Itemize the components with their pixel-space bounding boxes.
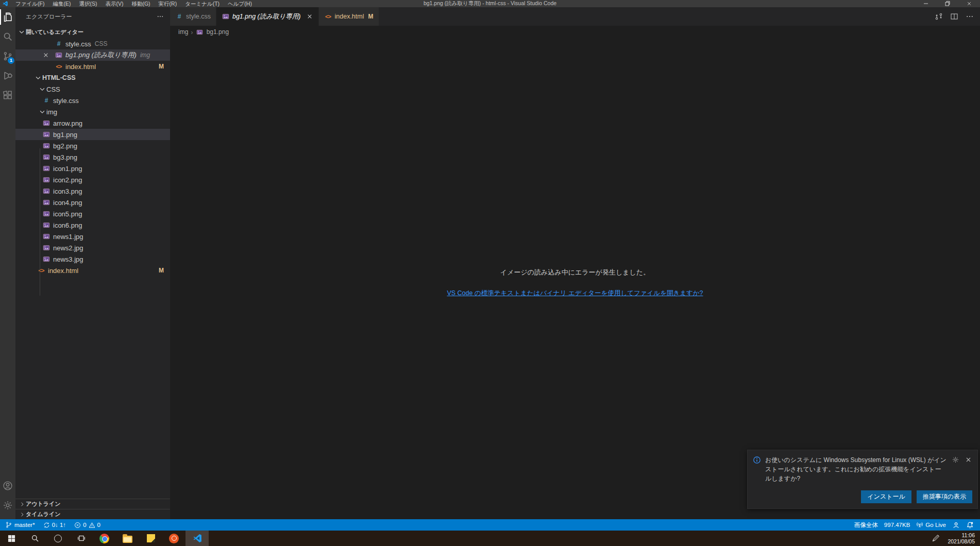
tab-bg1-png[interactable]: bg1.png (読み取り専用) bbox=[216, 7, 319, 26]
menu-go[interactable]: 移動(G) bbox=[127, 0, 154, 7]
tree-file-news3-jpg[interactable]: news3.jpg bbox=[15, 253, 170, 265]
account-icon[interactable] bbox=[0, 476, 15, 496]
image-file-icon bbox=[42, 165, 50, 172]
tree-file-news2-jpg[interactable]: news2.jpg bbox=[15, 242, 170, 253]
explorer-sidebar: エクスプローラー 開いているエディター # style.css CSS bg1.… bbox=[15, 7, 170, 519]
chevron-down-icon bbox=[38, 86, 46, 93]
chevron-right-icon bbox=[19, 511, 26, 518]
image-file-icon bbox=[222, 13, 230, 20]
breadcrumb-folder[interactable]: img bbox=[178, 28, 188, 36]
close-editor-icon[interactable] bbox=[42, 52, 52, 59]
tree-file-bg1-png[interactable]: bg1.png bbox=[15, 129, 170, 140]
feedback-item[interactable] bbox=[949, 519, 963, 531]
menu-terminal[interactable]: ターミナル(T) bbox=[181, 0, 224, 7]
task-view-button[interactable] bbox=[70, 531, 93, 546]
close-window-button[interactable] bbox=[958, 0, 980, 7]
close-tab-icon[interactable] bbox=[306, 13, 313, 20]
image-file-icon bbox=[42, 120, 50, 127]
vscode-taskbar-button[interactable] bbox=[185, 531, 209, 546]
chevron-right-icon bbox=[19, 501, 26, 507]
source-control-icon[interactable]: 1 bbox=[0, 46, 15, 66]
git-branch-item[interactable]: master* bbox=[2, 519, 38, 531]
tree-file-style-css[interactable]: # style.css bbox=[15, 95, 170, 106]
tree-root-html-css[interactable]: HTML-CSS bbox=[15, 72, 170, 83]
activity-bar: 1 bbox=[0, 7, 15, 519]
image-zoom-item[interactable]: 画像全体 bbox=[851, 519, 881, 531]
timeline-section-header[interactable]: タイムライン bbox=[15, 509, 170, 519]
open-with-text-editor-link[interactable]: VS Code の標準テキストまたはバイナリ エディターを使用してファイルを開き… bbox=[447, 289, 703, 298]
info-icon bbox=[753, 456, 761, 464]
git-sync-item[interactable]: 0↓ 1↑ bbox=[40, 519, 70, 531]
tree-file-icon2-png[interactable]: icon2.png bbox=[15, 174, 170, 185]
open-changes-icon[interactable] bbox=[935, 12, 943, 21]
go-live-item[interactable]: Go Live bbox=[913, 519, 949, 531]
tree-folder-css[interactable]: CSS bbox=[15, 83, 170, 95]
tree-file-icon1-png[interactable]: icon1.png bbox=[15, 163, 170, 174]
notification-close-icon[interactable] bbox=[965, 456, 972, 464]
tree-file-index-html[interactable]: <> index.html M bbox=[15, 265, 170, 276]
menu-file[interactable]: ファイル(F) bbox=[11, 0, 48, 7]
image-file-icon bbox=[42, 199, 50, 206]
sticky-notes-button[interactable] bbox=[139, 531, 162, 546]
notifications-bell-item[interactable] bbox=[963, 519, 977, 531]
git-branch-icon bbox=[5, 521, 12, 528]
search-icon[interactable] bbox=[0, 27, 15, 46]
start-button[interactable] bbox=[0, 531, 23, 546]
outline-section-header[interactable]: アウトライン bbox=[15, 499, 170, 509]
minimize-button[interactable] bbox=[915, 0, 937, 7]
menu-selection[interactable]: 選択(S) bbox=[75, 0, 101, 7]
open-editor-style-css[interactable]: # style.css CSS bbox=[15, 38, 170, 49]
menu-edit[interactable]: 編集(E) bbox=[48, 0, 75, 7]
open-editor-bg1-png[interactable]: bg1.png (読み取り専用) img bbox=[15, 49, 170, 61]
problems-item[interactable]: 0 0 bbox=[71, 519, 104, 531]
css-file-icon: # bbox=[55, 40, 63, 47]
git-modified-badge: M bbox=[159, 267, 164, 274]
breadcrumb-file[interactable]: bg1.png bbox=[196, 28, 229, 36]
install-button[interactable]: インストール bbox=[861, 490, 911, 503]
taskbar-clock[interactable]: 11:06 2021/08/05 bbox=[948, 532, 975, 544]
image-file-icon bbox=[42, 233, 50, 240]
show-recommendations-button[interactable]: 推奨事項の表示 bbox=[917, 490, 972, 503]
tree-folder-img[interactable]: img bbox=[15, 106, 170, 117]
cortana-icon bbox=[54, 535, 62, 542]
git-modified-badge: M bbox=[159, 63, 164, 70]
restore-button[interactable] bbox=[937, 0, 958, 7]
taskbar-search-button[interactable] bbox=[23, 531, 46, 546]
notification-settings-gear-icon[interactable] bbox=[952, 456, 959, 464]
cortana-button[interactable] bbox=[46, 531, 70, 546]
image-preview-pane: イメージの読み込み中にエラーが発生しました。 VS Code の標準テキストまた… bbox=[170, 38, 980, 519]
run-debug-icon[interactable] bbox=[0, 66, 15, 86]
tree-file-arrow-png[interactable]: arrow.png bbox=[15, 117, 170, 129]
chrome-button[interactable] bbox=[93, 531, 116, 546]
vscode-logo-icon bbox=[192, 533, 202, 543]
ubuntu-button[interactable] bbox=[162, 531, 185, 546]
feedback-smiley-icon bbox=[952, 521, 960, 529]
bell-icon bbox=[966, 521, 974, 529]
split-editor-icon[interactable] bbox=[950, 12, 958, 21]
menu-run[interactable]: 実行(R) bbox=[155, 0, 181, 7]
tree-file-icon3-png[interactable]: icon3.png bbox=[15, 185, 170, 197]
tree-file-bg2-png[interactable]: bg2.png bbox=[15, 140, 170, 151]
explorer-icon[interactable] bbox=[0, 7, 15, 27]
menu-help[interactable]: ヘルプ(H) bbox=[224, 0, 256, 7]
menu-view[interactable]: 表示(V) bbox=[101, 0, 127, 7]
tree-file-icon5-png[interactable]: icon5.png bbox=[15, 208, 170, 219]
image-file-icon bbox=[42, 131, 50, 138]
pen-icon[interactable] bbox=[931, 534, 940, 543]
more-actions-icon[interactable] bbox=[966, 12, 974, 21]
image-size-item[interactable]: 997.47KB bbox=[881, 519, 914, 531]
open-editor-index-html[interactable]: <> index.html M bbox=[15, 61, 170, 72]
tree-file-news1-jpg[interactable]: news1.jpg bbox=[15, 231, 170, 242]
task-view-icon bbox=[77, 534, 86, 543]
tree-file-icon4-png[interactable]: icon4.png bbox=[15, 197, 170, 208]
open-editors-header[interactable]: 開いているエディター bbox=[15, 26, 170, 38]
tab-style-css[interactable]: # style.css bbox=[170, 7, 216, 26]
extensions-icon[interactable] bbox=[0, 86, 15, 105]
tab-index-html[interactable]: <> index.html M bbox=[319, 7, 379, 26]
explorer-more-actions-icon[interactable] bbox=[157, 13, 164, 20]
tree-file-icon6-png[interactable]: icon6.png bbox=[15, 219, 170, 231]
settings-gear-icon[interactable] bbox=[0, 496, 15, 515]
file-explorer-button[interactable] bbox=[116, 531, 139, 546]
broadcast-icon bbox=[916, 521, 923, 528]
tree-file-bg3-png[interactable]: bg3.png bbox=[15, 151, 170, 163]
